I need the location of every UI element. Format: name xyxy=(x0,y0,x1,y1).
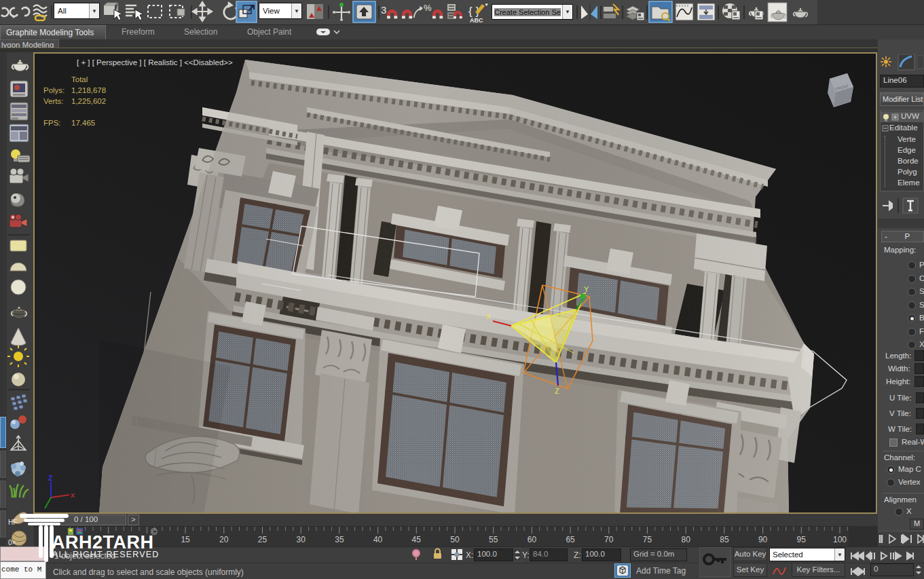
svg-text:%: % xyxy=(424,3,432,13)
svg-text:70: 70 xyxy=(604,535,614,544)
svg-text:Polys:: Polys: xyxy=(43,86,64,94)
svg-text:30: 30 xyxy=(297,535,306,544)
svg-text:50: 50 xyxy=(450,535,460,544)
svg-text:75: 75 xyxy=(643,535,652,544)
svg-text:90: 90 xyxy=(758,535,768,544)
svg-text:85: 85 xyxy=(720,535,729,544)
svg-text:1,225,602: 1,225,602 xyxy=(71,97,106,105)
svg-text:Verts:: Verts: xyxy=(43,97,63,105)
svg-text:35: 35 xyxy=(335,535,344,544)
svg-text:60: 60 xyxy=(528,535,537,544)
svg-text:25: 25 xyxy=(258,535,267,544)
svg-text:X: X xyxy=(486,312,492,320)
svg-text:ABC: ABC xyxy=(470,17,483,24)
svg-text:Z: Z xyxy=(555,387,559,395)
svg-text:Total: Total xyxy=(71,75,88,83)
svg-text:17.465: 17.465 xyxy=(71,119,95,127)
svg-text:x: x xyxy=(71,491,75,499)
svg-text:[ + ] [ Perspective ] [ Realis: [ + ] [ Perspective ] [ Realistic ] <<Di… xyxy=(77,58,233,67)
svg-text:15: 15 xyxy=(181,535,190,544)
svg-text:45: 45 xyxy=(412,535,422,544)
svg-text:Y: Y xyxy=(584,285,589,293)
svg-text:1,218,678: 1,218,678 xyxy=(71,86,106,94)
svg-text:65: 65 xyxy=(566,535,575,544)
svg-text:100: 100 xyxy=(833,535,847,544)
svg-text:20: 20 xyxy=(219,535,229,544)
svg-text:55: 55 xyxy=(489,535,498,544)
svg-text:80: 80 xyxy=(682,535,691,544)
svg-text:Z: Z xyxy=(48,474,53,482)
svg-text:FPS:: FPS: xyxy=(43,119,61,127)
svg-text:40: 40 xyxy=(373,535,383,544)
svg-text:3: 3 xyxy=(381,4,386,16)
svg-text:95: 95 xyxy=(797,535,807,544)
